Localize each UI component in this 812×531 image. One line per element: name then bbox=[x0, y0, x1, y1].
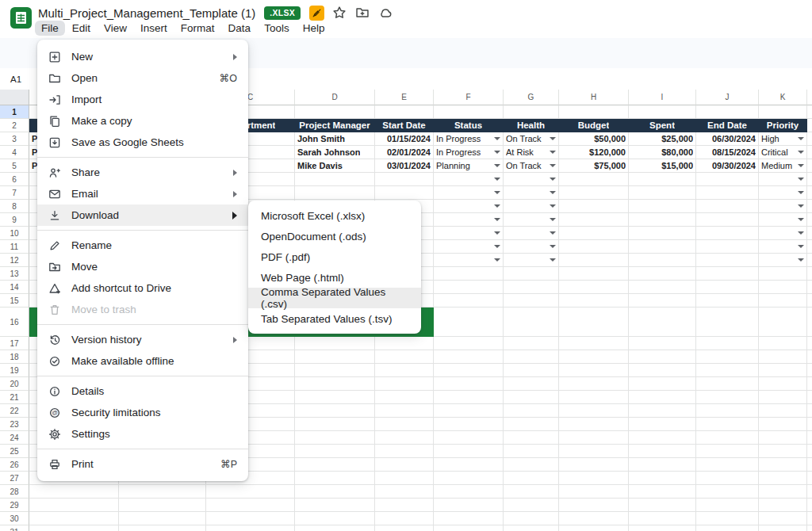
cell-I21[interactable] bbox=[629, 391, 696, 404]
cell-D31[interactable] bbox=[295, 525, 375, 531]
cell-H22[interactable] bbox=[559, 404, 629, 418]
cell-dropdown-icon[interactable] bbox=[798, 191, 804, 194]
cell-L7[interactable] bbox=[807, 186, 812, 200]
cell-J12[interactable] bbox=[696, 254, 759, 267]
menu-item-print[interactable]: Print⌘P bbox=[37, 453, 248, 475]
row-header-19[interactable]: 19 bbox=[0, 364, 29, 377]
cell-K19[interactable] bbox=[759, 364, 807, 377]
cell-H7[interactable] bbox=[559, 186, 629, 200]
cell-G28[interactable] bbox=[504, 485, 559, 499]
cell-F12[interactable] bbox=[434, 254, 504, 267]
cell-H30[interactable] bbox=[559, 512, 629, 525]
row-header-24[interactable]: 24 bbox=[0, 431, 29, 445]
cell-K25[interactable] bbox=[759, 445, 807, 458]
cell-dropdown-icon[interactable] bbox=[550, 218, 556, 221]
row-header-17[interactable]: 17 bbox=[0, 337, 29, 350]
cell-H3[interactable]: $50,000 bbox=[559, 132, 629, 146]
cell-F16[interactable] bbox=[434, 308, 504, 337]
cell-H29[interactable] bbox=[559, 499, 629, 512]
cell-D28[interactable] bbox=[295, 485, 375, 499]
cell-L16[interactable] bbox=[807, 308, 812, 337]
cell-K16[interactable] bbox=[759, 308, 807, 337]
cell-G6[interactable] bbox=[504, 173, 559, 186]
cell-K2[interactable]: Priority bbox=[759, 119, 807, 132]
cell-I18[interactable] bbox=[629, 350, 696, 364]
cell-H14[interactable] bbox=[559, 281, 629, 294]
cell-F30[interactable] bbox=[434, 512, 504, 525]
cell-D7[interactable] bbox=[295, 186, 375, 200]
cell-F29[interactable] bbox=[434, 499, 504, 512]
cell-dropdown-icon[interactable] bbox=[798, 151, 804, 154]
cell-F31[interactable] bbox=[434, 525, 504, 531]
cell-K13[interactable] bbox=[759, 267, 807, 281]
row-header-16[interactable]: 16 bbox=[0, 308, 29, 337]
cell-I15[interactable] bbox=[629, 294, 696, 308]
cell-I22[interactable] bbox=[629, 404, 696, 418]
cell-I9[interactable] bbox=[629, 213, 696, 227]
menubar-item-insert[interactable]: Insert bbox=[134, 21, 174, 36]
cell-K26[interactable] bbox=[759, 458, 807, 472]
cell-L3[interactable] bbox=[807, 132, 812, 146]
cell-D25[interactable] bbox=[295, 445, 375, 458]
cell-E19[interactable] bbox=[375, 364, 434, 377]
cell-L22[interactable] bbox=[807, 404, 812, 418]
column-header-G[interactable]: G bbox=[504, 90, 559, 105]
cell-J24[interactable] bbox=[696, 431, 759, 445]
cell-K5[interactable]: Medium bbox=[759, 159, 807, 173]
cell-J11[interactable] bbox=[696, 240, 759, 254]
cell-dropdown-icon[interactable] bbox=[798, 218, 804, 221]
cell-F15[interactable] bbox=[434, 294, 504, 308]
submenu-item-web-page-html[interactable]: Web Page (.html) bbox=[248, 267, 421, 288]
cell-J22[interactable] bbox=[696, 404, 759, 418]
menu-item-add-shortcut-to-drive[interactable]: Add shortcut to Drive bbox=[37, 277, 248, 299]
cell-G22[interactable] bbox=[504, 404, 559, 418]
cell-I30[interactable] bbox=[629, 512, 696, 525]
cell-L15[interactable] bbox=[807, 294, 812, 308]
cell-G5[interactable]: On Track bbox=[504, 159, 559, 173]
cell-G10[interactable] bbox=[504, 227, 559, 240]
cell-K21[interactable] bbox=[759, 391, 807, 404]
cell-G4[interactable]: At Risk bbox=[504, 146, 559, 159]
cell-J17[interactable] bbox=[696, 337, 759, 350]
cell-J26[interactable] bbox=[696, 458, 759, 472]
cell-I17[interactable] bbox=[629, 337, 696, 350]
menu-item-make-available-offline[interactable]: Make available offline bbox=[37, 350, 248, 372]
cell-G17[interactable] bbox=[504, 337, 559, 350]
cell-B28[interactable] bbox=[119, 485, 206, 499]
cell-I13[interactable] bbox=[629, 267, 696, 281]
cell-K23[interactable] bbox=[759, 418, 807, 431]
cell-I29[interactable] bbox=[629, 499, 696, 512]
cell-F10[interactable] bbox=[434, 227, 504, 240]
cell-dropdown-icon[interactable] bbox=[494, 258, 500, 262]
cell-L26[interactable] bbox=[807, 458, 812, 472]
menubar-item-file[interactable]: File bbox=[35, 21, 65, 36]
cell-E22[interactable] bbox=[375, 404, 434, 418]
cell-J25[interactable] bbox=[696, 445, 759, 458]
cell-I14[interactable] bbox=[629, 281, 696, 294]
cell-dropdown-icon[interactable] bbox=[798, 245, 804, 248]
cell-H21[interactable] bbox=[559, 391, 629, 404]
cell-G18[interactable] bbox=[504, 350, 559, 364]
cell-H15[interactable] bbox=[559, 294, 629, 308]
cell-I2[interactable]: Spent bbox=[629, 119, 696, 132]
row-header-26[interactable]: 26 bbox=[0, 458, 29, 472]
cell-D6[interactable] bbox=[295, 173, 375, 186]
cell-K20[interactable] bbox=[759, 377, 807, 391]
cell-G7[interactable] bbox=[504, 186, 559, 200]
cell-G2[interactable]: Health bbox=[504, 119, 559, 132]
cell-F14[interactable] bbox=[434, 281, 504, 294]
cell-G9[interactable] bbox=[504, 213, 559, 227]
cell-H9[interactable] bbox=[559, 213, 629, 227]
cell-J20[interactable] bbox=[696, 377, 759, 391]
cell-dropdown-icon[interactable] bbox=[550, 137, 556, 140]
cell-G21[interactable] bbox=[504, 391, 559, 404]
cell-D4[interactable]: Sarah Johnson bbox=[295, 146, 375, 159]
cell-L14[interactable] bbox=[807, 281, 812, 294]
cell-H18[interactable] bbox=[559, 350, 629, 364]
cell-I4[interactable]: $80,000 bbox=[629, 146, 696, 159]
cell-C28[interactable] bbox=[206, 485, 295, 499]
cell-J28[interactable] bbox=[696, 485, 759, 499]
menubar-item-view[interactable]: View bbox=[98, 21, 133, 36]
cell-E5[interactable]: 03/01/2024 bbox=[375, 159, 434, 173]
cell-L18[interactable] bbox=[807, 350, 812, 364]
